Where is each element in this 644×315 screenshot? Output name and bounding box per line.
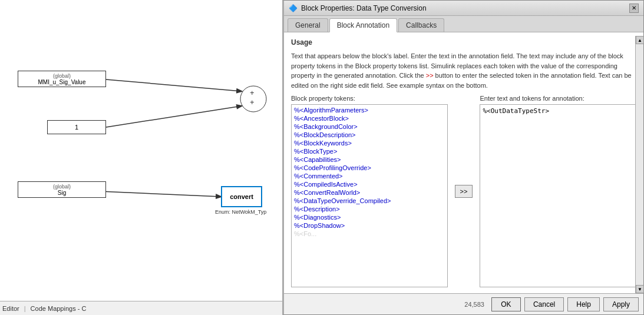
- constant-value: 1: [75, 124, 78, 131]
- svg-point-3: [240, 86, 266, 112]
- svg-text:+: +: [250, 98, 255, 107]
- convert-block[interactable]: convert: [221, 186, 262, 207]
- tab-block-annotation[interactable]: Block Annotation: [329, 18, 397, 32]
- convert-label: convert: [230, 193, 253, 200]
- mmi-label2: MMI_u_Sig_Value: [38, 79, 86, 85]
- usage-description: Text that appears below the block's labe…: [291, 51, 636, 90]
- list-item[interactable]: %<AncestorBlock>: [293, 114, 446, 122]
- list-item[interactable]: %<AlgorithmParameters>: [293, 106, 446, 114]
- close-button[interactable]: ✕: [629, 4, 639, 13]
- list-item[interactable]: %<Diagnostics>: [293, 213, 446, 221]
- token-list-section: Block property tokens: %<AlgorithmParame…: [291, 95, 448, 287]
- apply-button[interactable]: Apply: [603, 297, 639, 311]
- list-item[interactable]: %<ConvertRealWorld>: [293, 188, 446, 197]
- list-item[interactable]: %<Description>: [293, 205, 446, 213]
- svg-text:+: +: [250, 88, 255, 97]
- dialog-scrollbar: ▲ ▼: [635, 36, 643, 293]
- scroll-up-arrow[interactable]: ▲: [636, 36, 644, 44]
- ok-button[interactable]: OK: [491, 297, 521, 311]
- token-list-container: %<AlgorithmParameters> %<AncestorBlock> …: [291, 104, 448, 287]
- constant-block[interactable]: 1: [47, 120, 106, 134]
- block-properties-dialog: 🔷 Block Properties: Data Type Conversion…: [283, 0, 644, 315]
- svg-line-1: [106, 106, 242, 127]
- dialog-footer: 24,583 OK Cancel Help Apply: [284, 293, 643, 314]
- tabs-bar: General Block Annotation Callbacks: [284, 16, 643, 32]
- insert-token-button[interactable]: >>: [455, 185, 473, 198]
- simulink-canvas: + + (global) MMI_u_Sig_Value 1 (global) …: [0, 0, 283, 315]
- convert-sublabel: Enum: NetWokM_Typ: [215, 209, 266, 215]
- annotation-label: Enter text and tokens for annotation:: [480, 95, 636, 102]
- highlight-arrow: >>: [426, 72, 434, 79]
- cancel-button[interactable]: Cancel: [524, 297, 564, 311]
- list-item[interactable]: %<Commented>: [293, 172, 446, 180]
- scroll-down-arrow[interactable]: ▼: [636, 285, 644, 293]
- sig-label2: Sig: [58, 190, 66, 196]
- svg-line-0: [106, 79, 242, 91]
- list-item[interactable]: %<CodeProfilingOverride>: [293, 164, 446, 172]
- list-item[interactable]: %<DropShadow>: [293, 221, 446, 230]
- scroll-track: [636, 44, 643, 285]
- list-item[interactable]: %<Capabilities>: [293, 155, 446, 164]
- global-sig-block[interactable]: (global) Sig: [18, 181, 106, 198]
- list-item[interactable]: %<BlockDescription>: [293, 131, 446, 139]
- mmi-label1: (global): [53, 73, 71, 79]
- sig-label1: (global): [53, 184, 71, 190]
- token-list[interactable]: %<AlgorithmParameters> %<AncestorBlock> …: [292, 105, 447, 287]
- dialog-titlebar: 🔷 Block Properties: Data Type Conversion…: [284, 1, 643, 16]
- toolbar-code-mappings[interactable]: Code Mappings - C: [31, 305, 87, 312]
- insert-btn-container: >>: [453, 95, 475, 287]
- dialog-title-text: Block Properties: Data Type Conversion: [301, 4, 427, 12]
- canvas-toolbar: Editor | Code Mappings - C: [0, 301, 283, 315]
- mmi-signal-block[interactable]: (global) MMI_u_Sig_Value: [18, 71, 106, 87]
- list-item[interactable]: %<BlockKeywords>: [293, 139, 446, 147]
- toolbar-editor[interactable]: Editor: [2, 305, 19, 312]
- annotation-section: Enter text and tokens for annotation:: [480, 95, 636, 287]
- tab-callbacks[interactable]: Callbacks: [398, 18, 444, 32]
- canvas-svg: + +: [0, 0, 283, 289]
- list-item[interactable]: %<DataTypeOverride_Compiled>: [293, 197, 446, 205]
- annotation-textarea[interactable]: [480, 104, 636, 287]
- toolbar-separator: |: [24, 305, 26, 312]
- list-item[interactable]: %<Fo...: [293, 230, 446, 238]
- footer-status: 24,583: [464, 301, 484, 308]
- token-area: Block property tokens: %<AlgorithmParame…: [291, 95, 636, 287]
- usage-label: Usage: [291, 38, 636, 47]
- help-button[interactable]: Help: [567, 297, 600, 311]
- tab-general[interactable]: General: [288, 18, 328, 32]
- dialog-title: 🔷 Block Properties: Data Type Conversion: [289, 4, 427, 12]
- list-item[interactable]: %<CompiledIsActive>: [293, 180, 446, 188]
- svg-line-2: [100, 191, 221, 197]
- dialog-icon: 🔷: [289, 4, 298, 12]
- list-item[interactable]: %<BlockType>: [293, 147, 446, 155]
- dialog-main-content: Usage Text that appears below the block'…: [284, 32, 643, 293]
- list-item[interactable]: %<BackgroundColor>: [293, 122, 446, 131]
- token-list-label: Block property tokens:: [291, 95, 448, 102]
